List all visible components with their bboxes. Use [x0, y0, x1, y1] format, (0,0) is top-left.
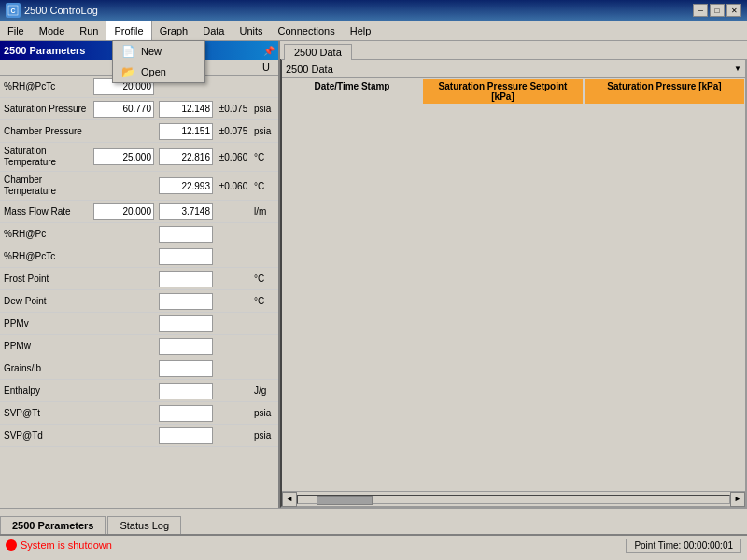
- status-message: System is shutdown: [21, 539, 626, 551]
- param-tol-sat-pres: ±0.075: [215, 104, 252, 114]
- param-value-svp-td[interactable]: [159, 427, 213, 444]
- param-tol-cham-pres: ±0.075: [215, 126, 252, 136]
- param-unit-sat-pres: psia: [252, 104, 278, 114]
- col-unit-header: U: [252, 62, 278, 73]
- param-value-sat-pres[interactable]: [159, 101, 213, 118]
- app-title: 2500 ControLog: [24, 5, 693, 16]
- maximize-button[interactable]: □: [710, 4, 725, 17]
- status-icon: [6, 539, 17, 551]
- table-row: Chamber Temperature ±0.060 °C: [0, 172, 278, 201]
- param-label-sat-temp: Saturation Temperature: [0, 144, 93, 170]
- menu-file[interactable]: File: [0, 21, 32, 40]
- bottom-tab-params-label: 2500 Parameters: [12, 520, 93, 531]
- param-unit-cham-pres: psia: [252, 126, 278, 136]
- bottom-tabs: 2500 Parameters Status Log: [0, 508, 747, 534]
- data-table-header: Date/Time Stamp Saturation Pressure Setp…: [282, 78, 745, 105]
- svg-text:C: C: [10, 7, 15, 14]
- param-label-ppmw: PPMw: [0, 339, 93, 354]
- menu-data[interactable]: Data: [195, 21, 232, 40]
- table-row: Mass Flow Rate l/m: [0, 201, 278, 223]
- param-label-rh-pctc-2: %RH@PcTc: [0, 249, 93, 264]
- menu-run[interactable]: Run: [72, 21, 106, 40]
- minimize-button[interactable]: ─: [693, 4, 708, 17]
- open-label: Open: [141, 66, 166, 77]
- pin-button[interactable]: 📌: [263, 46, 275, 56]
- bottom-tab-parameters[interactable]: 2500 Parameters: [0, 516, 106, 534]
- col-datetime: Date/Time Stamp: [282, 78, 422, 105]
- table-row: %RH@Pc: [0, 223, 278, 245]
- table-row: Saturation Temperature ±0.060 °C: [0, 143, 278, 172]
- param-label-svp-tt: SVP@Tt: [0, 406, 93, 421]
- param-value-cham-pres[interactable]: [159, 123, 213, 140]
- param-unit-cham-temp: °C: [252, 181, 278, 191]
- param-label-svp-td: SVP@Td: [0, 428, 93, 443]
- left-panel: 2500 Parameters 📌 Setp U %RH@PcTc: [0, 41, 280, 508]
- table-row: %RH@PcTc: [0, 245, 278, 268]
- param-value-mass-flow[interactable]: [159, 203, 213, 220]
- table-row: SVP@Tt psia: [0, 402, 278, 425]
- param-label-cham-temp: Chamber Temperature: [0, 173, 93, 199]
- menu-profile[interactable]: Profile: [106, 21, 151, 40]
- point-time: Point Time: 00:00:00:01: [626, 539, 741, 553]
- table-row: Dew Point °C: [0, 290, 278, 313]
- param-label-enthalpy: Enthalpy: [0, 384, 93, 399]
- menu-graph[interactable]: Graph: [152, 21, 196, 40]
- param-unit-mass-flow: l/m: [252, 206, 278, 217]
- scroll-left-button[interactable]: ◄: [282, 492, 297, 507]
- param-unit-dew: °C: [252, 296, 278, 306]
- menu-new[interactable]: New: [113, 41, 204, 62]
- param-value-ppmv[interactable]: [159, 315, 213, 332]
- param-value-cham-temp[interactable]: [159, 177, 213, 194]
- param-value-ppmw[interactable]: [159, 338, 213, 355]
- table-row: PPMw: [0, 335, 278, 357]
- bottom-tab-status-log[interactable]: Status Log: [107, 516, 181, 534]
- menu-open[interactable]: Open: [113, 62, 204, 82]
- tab-2500-data[interactable]: 2500 Data: [284, 44, 352, 60]
- dropdown-arrow-icon[interactable]: ▼: [734, 64, 741, 73]
- data-title-row: 2500 Data ▼: [282, 60, 745, 78]
- param-value-sat-temp[interactable]: [159, 148, 213, 165]
- table-row: Grains/lb: [0, 357, 278, 380]
- scroll-right-button[interactable]: ►: [730, 492, 745, 507]
- param-label-ppmv: PPMv: [0, 316, 93, 331]
- col-label-header: [0, 62, 93, 73]
- menu-connections[interactable]: Connections: [271, 21, 343, 40]
- col-sat-pres-sp: Saturation Pressure Setpoint [kPa]: [422, 78, 584, 105]
- param-value-dew[interactable]: [159, 293, 213, 310]
- data-content: [282, 105, 745, 491]
- scroll-thumb[interactable]: [317, 496, 373, 505]
- data-area: 2500 Data ▼ Date/Time Stamp Saturation P…: [280, 59, 747, 508]
- menu-help[interactable]: Help: [343, 21, 379, 40]
- param-unit-frost: °C: [252, 273, 278, 284]
- table-row: Enthalpy J/g: [0, 380, 278, 402]
- param-unit-svp-tt: psia: [252, 408, 278, 418]
- tab-label: 2500 Data: [294, 47, 342, 58]
- param-label-frost: Frost Point: [0, 272, 93, 287]
- table-row: PPMv: [0, 313, 278, 335]
- close-button[interactable]: ✕: [726, 4, 741, 17]
- param-label-rh-pc: %RH@Pc: [0, 227, 93, 242]
- col-tolerance-header: [215, 62, 252, 73]
- profile-dropdown: New Open: [112, 40, 205, 83]
- param-value-svp-tt[interactable]: [159, 405, 213, 422]
- param-setp-sat-pres[interactable]: [93, 101, 154, 118]
- param-value-rh-pc[interactable]: [159, 226, 213, 243]
- table-row: Saturation Pressure ±0.075 psia: [0, 98, 278, 120]
- col-sat-pres: Saturation Pressure [kPa]: [584, 78, 745, 105]
- param-tol-cham-temp: ±0.060: [215, 181, 252, 191]
- param-value-enthalpy[interactable]: [159, 383, 213, 399]
- menu-bar: File Mode Run Profile Graph Data Units C…: [0, 21, 747, 41]
- param-setp-mass-flow[interactable]: [93, 203, 154, 220]
- param-setp-sat-temp[interactable]: [93, 148, 154, 165]
- param-unit-sat-temp: °C: [252, 152, 278, 162]
- right-panel: 2500 Data 2500 Data ▼ Date/Time Stamp Sa…: [280, 41, 747, 508]
- menu-units[interactable]: Units: [232, 21, 270, 40]
- param-label-sat-pres: Saturation Pressure: [0, 102, 93, 117]
- title-bar: C 2500 ControLog ─ □ ✕: [0, 0, 747, 21]
- param-value-grains[interactable]: [159, 360, 213, 377]
- param-value-rh-pctc-2[interactable]: [159, 248, 213, 265]
- table-row: SVP@Td psia: [0, 425, 278, 447]
- table-row: Frost Point °C: [0, 268, 278, 290]
- param-value-frost[interactable]: [159, 271, 213, 287]
- menu-mode[interactable]: Mode: [32, 21, 73, 40]
